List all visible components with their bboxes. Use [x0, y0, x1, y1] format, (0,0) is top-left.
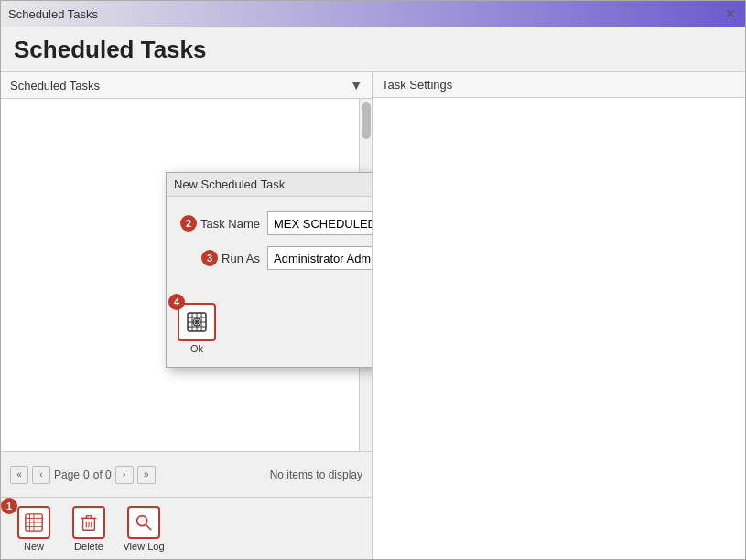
right-panel-header: Task Settings: [373, 72, 745, 98]
title-bar-text: Scheduled Tasks: [8, 7, 98, 21]
page-value: 0: [83, 468, 90, 481]
no-items-text: No items to display: [270, 468, 362, 481]
title-bar: Scheduled Tasks ✕: [1, 1, 745, 27]
svg-point-25: [137, 515, 147, 525]
page-label: Page: [54, 468, 80, 481]
ok-button-wrap: 4: [178, 303, 216, 354]
run-as-label: Run As: [222, 252, 260, 265]
step3-badge: 3: [201, 250, 218, 266]
run-as-label-wrap: 3 Run As: [178, 250, 260, 266]
run-as-input-wrap: ✕ ▼: [267, 246, 372, 270]
ok-icon-button[interactable]: [178, 303, 216, 341]
new-icon: [17, 506, 50, 539]
left-panel-title: Scheduled Tasks: [10, 79, 100, 92]
search-icon: [134, 512, 154, 533]
viewlog-icon: [127, 506, 160, 539]
main-window: Scheduled Tasks ✕ Scheduled Tasks Schedu…: [0, 0, 746, 560]
page-title: Scheduled Tasks: [1, 27, 745, 71]
task-name-row: 2 Task Name: [178, 211, 372, 235]
step4-badge: 4: [168, 294, 185, 310]
modal-title-bar: New Scheduled Task ✕: [167, 173, 372, 197]
last-page-button[interactable]: »: [137, 466, 156, 484]
run-as-input[interactable]: [268, 247, 372, 269]
new-badge: 1: [1, 498, 17, 514]
svg-line-26: [146, 524, 152, 530]
run-as-row: 3 Run As ✕ ▼: [178, 246, 372, 270]
task-name-label: Task Name: [200, 217, 260, 231]
next-page-button[interactable]: ›: [115, 466, 134, 484]
toolbar: 1 New: [1, 497, 372, 559]
task-name-label-wrap: 2 Task Name: [178, 215, 260, 232]
prev-page-button[interactable]: ‹: [32, 466, 50, 484]
of-label: of 0: [93, 468, 112, 481]
window-close-button[interactable]: ✕: [723, 6, 738, 21]
delete-label: Delete: [74, 541, 103, 552]
left-panel-content: New Scheduled Task ✕ 2 Task Name: [1, 99, 372, 451]
delete-icon: [72, 506, 105, 539]
ok-icon: [186, 311, 208, 333]
right-panel: Task Settings: [373, 72, 745, 559]
ok-label: Ok: [190, 343, 203, 354]
first-page-button[interactable]: «: [10, 466, 28, 484]
modal-footer: 4: [167, 296, 372, 367]
modal-title: New Scheduled Task: [174, 178, 285, 191]
viewlog-label: View Log: [123, 541, 164, 552]
filter-icon[interactable]: ▼: [350, 78, 362, 92]
new-scheduled-task-dialog: New Scheduled Task ✕ 2 Task Name: [166, 172, 372, 368]
new-button[interactable]: 1 New: [6, 501, 61, 556]
viewlog-button[interactable]: View Log: [116, 501, 171, 556]
task-name-input[interactable]: [267, 211, 372, 235]
delete-button[interactable]: Delete: [61, 501, 116, 556]
pagination: « ‹ Page 0 of 0 › »: [10, 466, 263, 484]
right-panel-title: Task Settings: [382, 78, 452, 92]
scrollbar-thumb: [362, 102, 371, 139]
pagination-bar: « ‹ Page 0 of 0 › » No items to display: [1, 451, 372, 497]
left-panel: Scheduled Tasks ▼ New Scheduled Task ✕: [1, 72, 373, 559]
step2-badge: 2: [180, 215, 197, 232]
new-label: New: [24, 541, 44, 552]
main-area: Scheduled Tasks ▼ New Scheduled Task ✕: [1, 71, 745, 559]
calendar-grid-icon: [24, 512, 44, 533]
left-panel-header: Scheduled Tasks ▼: [1, 72, 372, 99]
trash-icon: [79, 512, 99, 533]
modal-body: 2 Task Name 3 Run As: [167, 197, 372, 296]
